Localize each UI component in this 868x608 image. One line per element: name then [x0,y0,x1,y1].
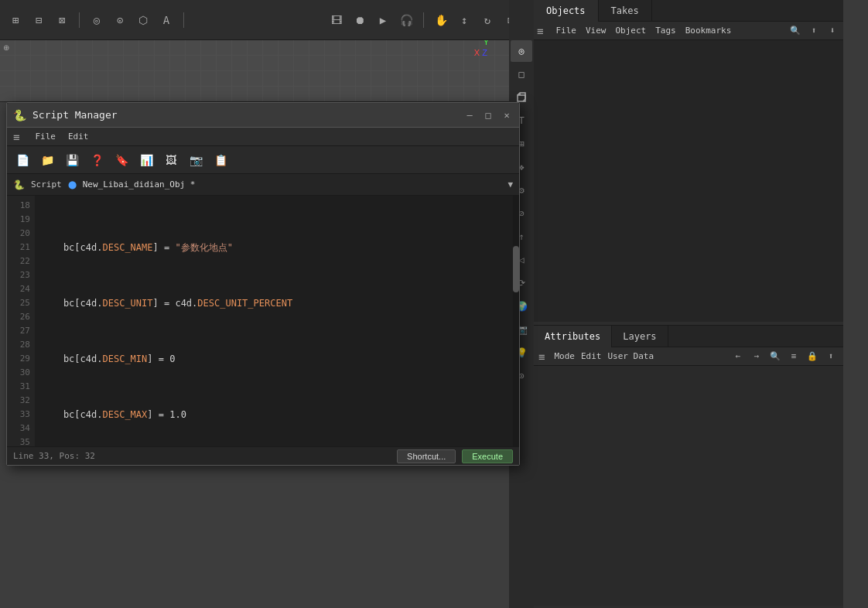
screenshot-icon[interactable]: 📷 [185,149,207,171]
code-line-19: bc[c4d.DESC_UNIT] = c4d.DESC_UNIT_PERCEN… [41,296,513,310]
attr-edit-menu[interactable]: Edit [581,351,602,361]
grid-icon[interactable]: ⊟ [29,11,48,29]
image-icon[interactable]: 🖼 [160,149,182,171]
shortcut-button[interactable]: Shortcut... [397,449,456,463]
script-menu-hamburger[interactable]: ≡ [13,131,19,143]
line-num-30: 30 [7,366,30,380]
tab-attributes[interactable]: Attributes [534,326,612,347]
hex-icon[interactable]: ⬡ [134,11,152,29]
attributes-panel: Attributes Layers ≡ Mode Edit User Data … [534,325,843,608]
line-num-33: 33 [7,408,30,422]
clipboard-icon[interactable]: 📋 [210,149,231,171]
line-num-26: 26 [7,310,30,324]
maximize-button[interactable]: □ [482,109,494,121]
script-edit-menu[interactable]: Edit [68,132,89,142]
script-selector: 🐍 Script ⬤ New_Libai_didian_Obj * ▼ [7,174,519,196]
objects-up-icon[interactable]: ⬆ [806,23,822,39]
code-line-20: bc[c4d.DESC_MIN] = 0 [41,352,513,366]
attr-up-icon[interactable]: ⬆ [823,349,839,364]
attr-search-icon[interactable]: 🔍 [767,349,783,364]
play-icon[interactable]: ▶ [374,11,392,29]
hand-icon[interactable]: ✋ [432,11,450,29]
script-titlebar: 🐍 Script Manager — □ ✕ [7,103,519,128]
objects-tags-menu[interactable]: Tags [655,26,676,36]
tab-layers[interactable]: Layers [612,326,668,347]
script-label: Script [31,179,62,190]
help-icon[interactable]: ❓ [86,149,108,171]
script-name-label: New_Libai_didian_Obj * [83,179,196,190]
execute-button[interactable]: Execute [462,449,513,463]
code-scrollbar[interactable] [513,196,519,446]
attr-userdata-menu[interactable]: User Data [607,351,654,361]
scrollbar-thumb[interactable] [513,246,519,292]
table-icon[interactable]: 📊 [135,149,157,171]
objects-search-icon[interactable]: 🔍 [788,23,803,39]
line-num-18: 18 [7,199,30,213]
text-icon[interactable]: A [157,11,176,29]
attributes-content[interactable] [534,366,843,606]
line-num-29: 29 [7,352,30,366]
script-manager-title: Script Manager [32,109,118,121]
3d-viewport[interactable]: X Z Y ⊕ [0,40,526,102]
line-num-28: 28 [7,338,30,352]
tab-objects[interactable]: Objects [534,0,599,22]
target-icon[interactable]: ⊙ [111,11,129,29]
script-python-badge: 🐍 [13,179,25,190]
script-manager-window: 🐍 Script Manager — □ ✕ ≡ File Edit 📄 📁 💾… [6,102,520,466]
objects-menubar: ≡ File View Object Tags Bookmarks 🔍 ⬆ ⬇ [534,22,843,40]
save-file-icon[interactable]: 💾 [61,149,83,171]
line-num-31: 31 [7,380,30,394]
attr-lock-icon[interactable]: 🔒 [805,349,820,364]
attr-filter-icon[interactable]: ≡ [786,349,801,364]
line-num-23: 23 [7,268,30,282]
code-editor[interactable]: 18 19 20 21 22 23 24 25 26 27 28 29 30 3… [7,196,519,446]
objects-menu-icon[interactable]: ≡ [537,25,543,37]
code-lines-container: 18 19 20 21 22 23 24 25 26 27 28 29 30 3… [7,196,519,446]
attr-menu-icon[interactable]: ≡ [538,350,545,363]
objects-down-icon[interactable]: ⬇ [825,23,840,39]
select-icon[interactable]: ⊠ [53,11,71,29]
bookmark-icon[interactable]: 🔖 [111,149,132,171]
script-python-icon: 🐍 [13,109,26,121]
close-button[interactable]: ✕ [501,109,513,121]
move-icon[interactable]: ⊞ [6,11,25,29]
objects-list[interactable] [534,40,843,322]
code-content[interactable]: bc[c4d.DESC_NAME] = "参数化地点" bc[c4d.DESC_… [35,196,519,446]
objects-bookmarks-menu[interactable]: Bookmarks [685,26,732,36]
film-icon[interactable]: 🎞 [327,11,346,29]
objects-object-menu[interactable]: Object [615,26,646,36]
circle-icon[interactable]: ◎ [87,11,106,29]
camera-icon: ⊕ [3,43,9,52]
strip-cursor-icon[interactable]: ◎ [511,40,532,62]
objects-view-menu[interactable]: View [586,26,607,36]
new-file-icon[interactable]: 📄 [12,149,33,171]
script-actions: Shortcut... Execute [397,449,513,463]
attr-mode-menu[interactable]: Mode [554,351,575,361]
script-title-left: 🐍 Script Manager [13,109,118,121]
viewport-camera-label: ⊕ [3,43,9,52]
attr-menubar: ≡ Mode Edit User Data ← → 🔍 ≡ 🔒 ⬆ [534,347,843,366]
strip-rect-icon[interactable]: □ [511,63,532,85]
script-file-menu[interactable]: File [35,132,56,142]
open-file-icon[interactable]: 📁 [36,149,58,171]
headset-icon[interactable]: 🎧 [397,11,415,29]
script-dropdown-button[interactable]: ▼ [507,179,513,190]
minimize-button[interactable]: — [463,109,476,121]
tab-takes[interactable]: Takes [599,0,652,22]
separator-3 [423,12,424,28]
record-icon[interactable]: ⏺ [350,11,369,29]
viewport-grid [0,40,526,101]
line-numbers: 18 19 20 21 22 23 24 25 26 27 28 29 30 3… [7,196,35,446]
code-line-21: bc[c4d.DESC_MAX] = 1.0 [41,408,513,422]
objects-file-menu[interactable]: File [555,26,576,36]
line-num-19: 19 [7,213,30,227]
window-controls: — □ ✕ [463,109,513,121]
script-file-toolbar: 📄 📁 💾 ❓ 🔖 📊 🖼 📷 📋 [7,146,519,174]
line-num-24: 24 [7,282,30,296]
attr-forward-icon[interactable]: → [749,349,764,364]
attr-back-icon[interactable]: ← [730,349,746,364]
line-num-32: 32 [7,394,30,408]
move2-icon[interactable]: ↕ [455,11,473,29]
script-dot-icon: ⬤ [68,180,77,189]
rotate-icon[interactable]: ↻ [478,11,497,29]
